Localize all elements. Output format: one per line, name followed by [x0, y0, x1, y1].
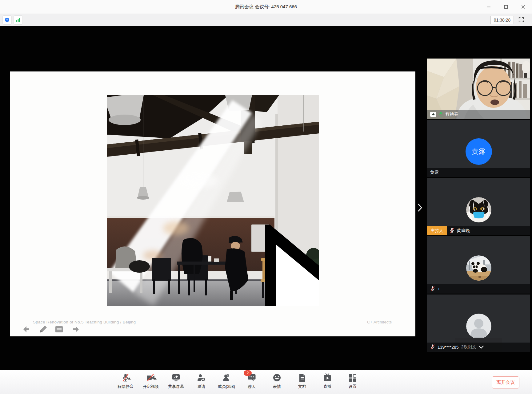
participant-namebar: +	[427, 284, 530, 294]
documents-button[interactable]: 文档	[292, 373, 313, 389]
members-icon	[222, 373, 231, 382]
slide-caption: Space Renovation of No.5 Teaching Buildi…	[33, 320, 136, 324]
window-controls	[485, 0, 527, 14]
participant-tile[interactable]: 黄露 黄露	[427, 120, 530, 177]
live-tv-icon	[323, 373, 332, 382]
caret-up-icon[interactable]	[154, 376, 157, 380]
participant-tile[interactable]: 139****2852欧阳文	[427, 294, 530, 352]
status-bar: 01:38:28	[0, 14, 532, 26]
avatar-panda	[466, 255, 491, 281]
invite-person-icon	[197, 373, 206, 382]
mic-muted-icon	[430, 286, 435, 292]
button-label: 共享屏幕	[168, 384, 184, 389]
document-icon	[298, 373, 306, 382]
button-label: 文档	[298, 384, 306, 389]
security-shield-icon[interactable]	[2, 15, 12, 25]
annotation-toolbar	[22, 325, 80, 334]
button-label: 直播	[323, 384, 331, 389]
next-page-icon[interactable]	[70, 325, 80, 334]
meeting-timer: 01:38:28	[490, 16, 514, 24]
share-screen-icon	[172, 373, 180, 382]
slide-credit: C+ Architects	[367, 320, 392, 324]
participant-name: 139****285	[438, 345, 459, 350]
participant-namebar: 主持人 黄庭晚	[427, 226, 530, 235]
emoji-icon	[273, 373, 281, 382]
emoji-button[interactable]: 表情	[266, 373, 287, 389]
sidebar-collapse-chevron[interactable]	[415, 198, 425, 217]
participant-name: +	[438, 286, 440, 291]
button-label: 邀请	[197, 384, 205, 389]
participant-namebar: 139****2852欧阳文	[427, 343, 530, 352]
participants-sidebar: 程艳春 黄露 黄露	[427, 59, 530, 352]
leave-meeting-button[interactable]: 离开会议	[492, 376, 519, 388]
button-label: 成员(258)	[218, 384, 235, 389]
participant-tile-host[interactable]: 主持人 黄庭晚	[427, 178, 530, 235]
chat-button[interactable]: 2 聊天	[241, 373, 262, 389]
participant-name-dim: 2欧阳文	[461, 344, 477, 350]
unmute-button[interactable]: 解除静音	[115, 373, 136, 389]
mouse-cursor	[229, 225, 319, 306]
button-label: 设置	[349, 384, 357, 389]
button-label: 开启视频	[143, 384, 159, 389]
participant-tile[interactable]: +	[427, 236, 530, 294]
presentation-slide: Space Renovation of No.5 Teaching Buildi…	[10, 71, 415, 336]
button-label: 聊天	[248, 384, 256, 389]
meeting-window: 腾讯会议 会议号: 425 047 666 01:38:28	[0, 0, 532, 394]
camera-off-icon	[146, 373, 155, 382]
button-label: 解除静音	[118, 384, 134, 389]
toolbar-buttons: 解除静音 开启视频 共享屏幕	[115, 373, 363, 389]
participant-name: 黄露	[430, 170, 439, 175]
pencil-annotate-icon[interactable]	[38, 325, 48, 334]
slide-photo-architecture	[107, 95, 319, 306]
previous-page-icon[interactable]	[22, 325, 32, 334]
participant-name: 黄庭晚	[457, 228, 470, 234]
settings-button[interactable]: 设置	[342, 373, 363, 389]
caret-up-icon[interactable]	[128, 376, 131, 380]
comment-note-icon[interactable]	[54, 325, 64, 334]
participant-name: 程艳春	[446, 112, 458, 117]
screen-sharing-icon	[430, 112, 436, 117]
chat-unread-badge: 2	[244, 370, 252, 376]
mic-muted-icon	[122, 373, 130, 382]
chat-icon: 2	[247, 373, 256, 382]
title-bar: 腾讯会议 会议号: 425 047 666	[0, 0, 532, 14]
avatar-initials: 黄露	[466, 138, 492, 165]
participant-namebar: 程艳春	[427, 110, 530, 119]
timer-value: 01:38:28	[494, 18, 511, 22]
live-button[interactable]: 直播	[317, 373, 338, 389]
maximize-button[interactable]	[502, 3, 510, 11]
host-role-badge: 主持人	[427, 226, 447, 235]
invite-button[interactable]: 邀请	[191, 373, 212, 389]
chevron-down-icon[interactable]	[479, 345, 484, 350]
shared-screen-stage: Space Renovation of No.5 Teaching Buildi…	[0, 26, 532, 370]
button-label: 表情	[273, 384, 281, 389]
settings-grid-icon	[349, 373, 357, 382]
mic-muted-icon	[450, 228, 454, 234]
window-title: 腾讯会议 会议号: 425 047 666	[235, 4, 297, 10]
participant-tile-video[interactable]: 程艳春	[427, 59, 530, 119]
fullscreen-icon[interactable]	[518, 16, 525, 23]
close-button[interactable]	[519, 3, 527, 11]
mic-on-icon	[439, 111, 443, 118]
participant-namebar: 黄露	[427, 168, 530, 177]
minimize-button[interactable]	[485, 3, 493, 11]
mic-muted-icon	[430, 344, 435, 351]
network-signal-icon[interactable]	[14, 15, 23, 25]
share-screen-button[interactable]: 共享屏幕	[166, 373, 186, 389]
meeting-toolbar: 解除静音 开启视频 共享屏幕	[0, 370, 532, 394]
start-video-button[interactable]: 开启视频	[140, 373, 161, 389]
members-button[interactable]: 成员(258)	[216, 373, 237, 389]
avatar-silhouette	[466, 314, 491, 339]
avatar-cat	[466, 197, 491, 222]
